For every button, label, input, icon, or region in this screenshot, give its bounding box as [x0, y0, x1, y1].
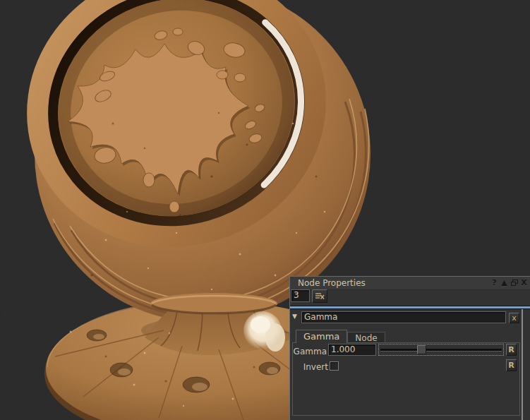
float-window-icon[interactable] [510, 277, 519, 287]
gamma-reset-button[interactable]: R [506, 344, 517, 356]
minimize-icon[interactable]: ▲ [500, 277, 509, 287]
clear-panels-button[interactable] [312, 289, 327, 303]
invert-checkbox[interactable] [330, 361, 339, 371]
panel-titlebar[interactable]: Node Properties ? ▲ X [290, 277, 530, 290]
panel-accent-divider [290, 306, 530, 309]
gamma-slider-track[interactable] [380, 349, 502, 352]
panel-scrollbar[interactable] [522, 309, 523, 420]
help-icon[interactable]: ? [490, 277, 499, 287]
close-icon[interactable]: X [519, 277, 529, 287]
node-properties-panel: Node Properties ? ▲ X 3 [289, 276, 530, 420]
gamma-slider[interactable] [378, 344, 504, 356]
application-window: Node Properties ? ▲ X 3 [0, 0, 530, 420]
max-panels-input[interactable]: 3 [291, 289, 310, 302]
node-close-button[interactable]: x [509, 313, 519, 323]
tab-gamma[interactable]: Gamma [296, 330, 347, 343]
gamma-value-input[interactable]: 1.000 [328, 344, 376, 356]
tab-node[interactable]: Node [347, 332, 385, 343]
panel-title: Node Properties [298, 278, 366, 288]
gamma-parameter-label: Gamma [290, 347, 327, 356]
collapse-triangle-icon[interactable]: ▼ [292, 313, 301, 320]
invert-reset-button[interactable]: R [506, 359, 517, 371]
tab-bar: Gamma Node [296, 330, 385, 343]
gamma-slider-handle[interactable] [417, 345, 426, 354]
invert-parameter-label: Invert [290, 362, 328, 372]
node-name-input[interactable]: Gamma [301, 311, 506, 323]
